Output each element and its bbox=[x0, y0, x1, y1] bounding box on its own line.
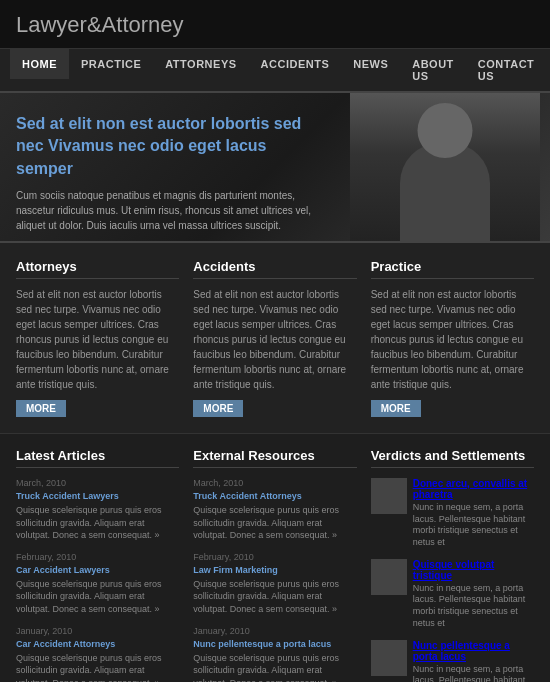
verdict-text: Quisque volutpat tristique Nunc in neque… bbox=[413, 559, 534, 630]
latest-articles-col: Latest Articles March, 2010 Truck Accide… bbox=[16, 448, 179, 682]
verdict-thumbnail bbox=[371, 640, 407, 676]
verdict-desc: Nunc in neque sem, a porta lacus. Pellen… bbox=[413, 502, 534, 549]
latest-articles-title: Latest Articles bbox=[16, 448, 179, 468]
col-practice-title: Practice bbox=[371, 259, 534, 279]
article-item: January, 2010 Nunc pellentesque a porta … bbox=[193, 626, 356, 682]
three-col-section: Attorneys Sed at elit non est auctor lob… bbox=[0, 243, 550, 434]
article-text: Quisque scelerisque purus quis eros soll… bbox=[16, 578, 179, 616]
article-item: March, 2010 Truck Accident Attorneys Qui… bbox=[193, 478, 356, 542]
col-practice: Practice Sed at elit non est auctor lobo… bbox=[371, 259, 534, 417]
verdict-heading[interactable]: Quisque volutpat tristique bbox=[413, 559, 534, 581]
verdict-text: Donec arcu, convallis at pharetra Nunc i… bbox=[413, 478, 534, 549]
site-title: Lawyer&Attorney bbox=[16, 12, 534, 38]
accidents-more-button[interactable]: MORE bbox=[193, 400, 243, 417]
article-item: March, 2010 Truck Accident Lawyers Quisq… bbox=[16, 478, 179, 542]
verdict-item: Nunc pellentesque a porta lacus Nunc in … bbox=[371, 640, 534, 683]
col-practice-text: Sed at elit non est auctor lobortis sed … bbox=[371, 287, 534, 392]
col-accidents-title: Accidents bbox=[193, 259, 356, 279]
verdicts-col: Verdicts and Settlements Donec arcu, con… bbox=[371, 448, 534, 682]
article-title[interactable]: Law Firm Marketing bbox=[193, 564, 356, 575]
nav-item-contact[interactable]: CONTACT US bbox=[466, 49, 546, 91]
hero-heading: Sed at elit non est auctor lobortis sed … bbox=[16, 113, 316, 180]
verdict-heading[interactable]: Donec arcu, convallis at pharetra bbox=[413, 478, 534, 500]
col-attorneys-title: Attorneys bbox=[16, 259, 179, 279]
main-nav: HOME PRACTICE ATTORNEYS ACCIDENTS NEWS A… bbox=[0, 49, 550, 93]
hero-section: Sed at elit non est auctor lobortis sed … bbox=[0, 93, 550, 243]
hero-image bbox=[350, 93, 540, 243]
practice-more-button[interactable]: MORE bbox=[371, 400, 421, 417]
nav-item-practice[interactable]: PRACTICE bbox=[69, 49, 153, 91]
verdict-thumbnail bbox=[371, 559, 407, 595]
col-accidents: Accidents Sed at elit non est auctor lob… bbox=[193, 259, 356, 417]
external-resources-title: External Resources bbox=[193, 448, 356, 468]
col-accidents-text: Sed at elit non est auctor lobortis sed … bbox=[193, 287, 356, 392]
verdict-desc: Nunc in neque sem, a porta lacus. Pellen… bbox=[413, 583, 534, 630]
person-body bbox=[400, 143, 490, 243]
site-header: Lawyer&Attorney bbox=[0, 0, 550, 49]
verdict-item: Donec arcu, convallis at pharetra Nunc i… bbox=[371, 478, 534, 549]
external-resources-col: External Resources March, 2010 Truck Acc… bbox=[193, 448, 356, 682]
article-text: Quisque scelerisque purus quis eros soll… bbox=[193, 652, 356, 682]
person-silhouette bbox=[350, 93, 540, 243]
article-date: March, 2010 bbox=[193, 478, 356, 488]
nav-item-home[interactable]: HOME bbox=[10, 49, 69, 91]
article-item: January, 2010 Car Accident Attorneys Qui… bbox=[16, 626, 179, 682]
article-title[interactable]: Nunc pellentesque a porta lacus bbox=[193, 638, 356, 649]
hero-text: Sed at elit non est auctor lobortis sed … bbox=[16, 113, 316, 233]
hero-body: Cum sociis natoque penatibus et magnis d… bbox=[16, 188, 316, 233]
bottom-section: Latest Articles March, 2010 Truck Accide… bbox=[0, 434, 550, 682]
article-text: Quisque scelerisque purus quis eros soll… bbox=[193, 504, 356, 542]
article-date: February, 2010 bbox=[193, 552, 356, 562]
verdict-heading[interactable]: Nunc pellentesque a porta lacus bbox=[413, 640, 534, 662]
article-text: Quisque scelerisque purus quis eros soll… bbox=[193, 578, 356, 616]
article-text: Quisque scelerisque purus quis eros soll… bbox=[16, 504, 179, 542]
verdict-item: Quisque volutpat tristique Nunc in neque… bbox=[371, 559, 534, 630]
site-title-main: Lawyer bbox=[16, 12, 87, 37]
article-title[interactable]: Car Accident Lawyers bbox=[16, 564, 179, 575]
nav-item-news[interactable]: NEWS bbox=[341, 49, 400, 91]
article-date: January, 2010 bbox=[193, 626, 356, 636]
verdicts-title: Verdicts and Settlements bbox=[371, 448, 534, 468]
nav-item-about[interactable]: ABOUT US bbox=[400, 49, 466, 91]
article-title[interactable]: Truck Accident Attorneys bbox=[193, 490, 356, 501]
nav-item-attorneys[interactable]: ATTORNEYS bbox=[153, 49, 248, 91]
attorneys-more-button[interactable]: MORE bbox=[16, 400, 66, 417]
col-attorneys: Attorneys Sed at elit non est auctor lob… bbox=[16, 259, 179, 417]
article-title[interactable]: Truck Accident Lawyers bbox=[16, 490, 179, 501]
verdict-thumbnail bbox=[371, 478, 407, 514]
article-item: February, 2010 Law Firm Marketing Quisqu… bbox=[193, 552, 356, 616]
article-text: Quisque scelerisque purus quis eros soll… bbox=[16, 652, 179, 682]
article-date: February, 2010 bbox=[16, 552, 179, 562]
article-item: February, 2010 Car Accident Lawyers Quis… bbox=[16, 552, 179, 616]
site-title-accent: &Attorney bbox=[87, 12, 184, 37]
article-date: March, 2010 bbox=[16, 478, 179, 488]
verdict-text: Nunc pellentesque a porta lacus Nunc in … bbox=[413, 640, 534, 683]
verdict-desc: Nunc in neque sem, a porta lacus. Pellen… bbox=[413, 664, 534, 683]
article-date: January, 2010 bbox=[16, 626, 179, 636]
article-title[interactable]: Car Accident Attorneys bbox=[16, 638, 179, 649]
col-attorneys-text: Sed at elit non est auctor lobortis sed … bbox=[16, 287, 179, 392]
nav-item-accidents[interactable]: ACCIDENTS bbox=[249, 49, 342, 91]
